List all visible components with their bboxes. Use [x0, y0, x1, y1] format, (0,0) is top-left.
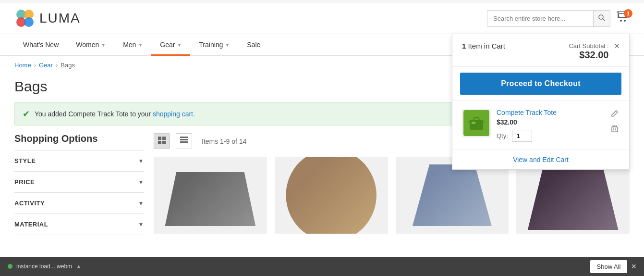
- header-right: 1: [487, 10, 630, 27]
- filter-price: PRICE ▼: [14, 172, 144, 193]
- cart-edit-button[interactable]: [610, 109, 620, 120]
- cart-item-count-wrap: 1 Item in Cart: [462, 42, 505, 50]
- nav-item-gear[interactable]: Gear ▼: [151, 34, 190, 55]
- sidebar: Shopping Options STYLE ▼ PRICE ▼ ACTIVIT…: [14, 133, 144, 235]
- logo[interactable]: LUMA: [14, 8, 81, 29]
- success-text: You added Compete Track Tote to your sho…: [35, 110, 195, 118]
- items-count: Items 1-9 of 14: [202, 138, 246, 145]
- chevron-down-icon: ▼: [138, 42, 143, 48]
- checkout-button[interactable]: Proceed to Checkout: [460, 73, 621, 95]
- filter-style: STYLE ▼: [14, 151, 144, 172]
- svg-line-5: [603, 19, 605, 21]
- edit-icon: [611, 110, 619, 117]
- grid-icon: [158, 137, 166, 144]
- filter-price-header[interactable]: PRICE ▼: [14, 172, 144, 192]
- filter-activity-header[interactable]: ACTIVITY ▼: [14, 193, 144, 213]
- product-card: [275, 157, 388, 234]
- nav-item-whats-new[interactable]: What's New: [14, 34, 67, 55]
- trash-icon: [611, 125, 619, 133]
- svg-point-7: [620, 20, 622, 22]
- cart-item-bag-image: [463, 110, 489, 136]
- cart-popup-close-button[interactable]: ×: [614, 42, 620, 50]
- search-input[interactable]: [487, 11, 593, 26]
- chevron-down-icon: ▼: [138, 158, 144, 164]
- product-image: [275, 157, 388, 234]
- svg-rect-13: [180, 137, 188, 138]
- chevron-down-icon: ▼: [177, 42, 182, 48]
- chevron-down-icon: ▼: [138, 221, 144, 228]
- logo-text: LUMA: [39, 11, 81, 26]
- cart-item-count: 1 Item in Cart: [462, 42, 505, 50]
- chevron-down-icon: ▼: [101, 42, 106, 48]
- cart-item: Compete Track Tote $32.00 Qty:: [452, 100, 629, 150]
- logo-icon: [14, 8, 36, 29]
- cart-popup-header: 1 Item in Cart Cart Subtotal : $32.00 ×: [452, 34, 629, 67]
- cart-link[interactable]: shopping cart.: [153, 110, 195, 118]
- filter-style-header[interactable]: STYLE ▼: [14, 151, 144, 171]
- chevron-down-icon: ▼: [138, 200, 144, 207]
- filter-material: MATERIAL ▼: [14, 214, 144, 235]
- breadcrumb-current: Bags: [61, 62, 75, 69]
- product-card: [154, 157, 267, 234]
- svg-point-3: [24, 17, 34, 27]
- nav-item-training[interactable]: Training ▼: [190, 34, 238, 55]
- cart-item-price: $32.00: [497, 118, 604, 126]
- svg-rect-16: [180, 144, 188, 144]
- svg-rect-15: [180, 141, 188, 143]
- list-icon: [180, 137, 188, 144]
- nav-item-sale[interactable]: Sale: [238, 34, 269, 55]
- search-bar: [487, 10, 610, 27]
- quantity-input[interactable]: [512, 130, 532, 142]
- search-icon: [598, 14, 605, 21]
- product-image: [154, 157, 267, 234]
- svg-rect-18: [472, 122, 475, 124]
- view-grid-button[interactable]: [154, 133, 170, 149]
- cart-item-name[interactable]: Compete Track Tote: [497, 109, 604, 116]
- sidebar-title: Shopping Options: [14, 133, 144, 151]
- cart-item-details: Compete Track Tote $32.00 Qty:: [497, 109, 604, 142]
- cart-subtotal-amount: $32.00: [569, 50, 608, 61]
- svg-rect-17: [470, 120, 483, 130]
- nav-item-women[interactable]: Women ▼: [67, 34, 114, 55]
- svg-rect-10: [162, 137, 166, 140]
- svg-rect-14: [180, 139, 188, 140]
- view-list-button[interactable]: [176, 133, 192, 149]
- svg-rect-11: [158, 141, 161, 144]
- svg-rect-12: [162, 141, 166, 144]
- breadcrumb-separator: ›: [56, 62, 58, 69]
- view-edit-cart-link[interactable]: View and Edit Cart: [452, 150, 629, 169]
- cart-delete-button[interactable]: [610, 124, 620, 136]
- cart-item-qty: Qty:: [497, 130, 604, 142]
- chevron-down-icon: ▼: [225, 42, 230, 48]
- nav-item-men[interactable]: Men ▼: [114, 34, 151, 55]
- cart-item-image: [462, 109, 491, 138]
- header: LUMA 1: [0, 3, 644, 34]
- svg-point-8: [624, 20, 626, 22]
- search-button[interactable]: [593, 11, 610, 26]
- filter-activity: ACTIVITY ▼: [14, 193, 144, 214]
- chevron-down-icon: ▼: [138, 179, 144, 186]
- cart-badge: 1: [624, 9, 632, 18]
- cart-item-actions: [610, 109, 620, 136]
- breadcrumb-home[interactable]: Home: [14, 62, 31, 69]
- checkmark-icon: ✔: [23, 109, 30, 119]
- cart-subtotal-label: Cart Subtotal :: [569, 42, 608, 50]
- cart-popup: 1 Item in Cart Cart Subtotal : $32.00 × …: [452, 34, 630, 170]
- cart-subtotal: Cart Subtotal : $32.00: [569, 42, 608, 61]
- breadcrumb-separator: ›: [34, 62, 36, 69]
- filter-material-header[interactable]: MATERIAL ▼: [14, 214, 144, 235]
- cart-button[interactable]: 1: [616, 11, 630, 25]
- breadcrumb-gear[interactable]: Gear: [39, 62, 53, 69]
- svg-rect-9: [158, 137, 161, 140]
- svg-rect-19: [612, 127, 618, 132]
